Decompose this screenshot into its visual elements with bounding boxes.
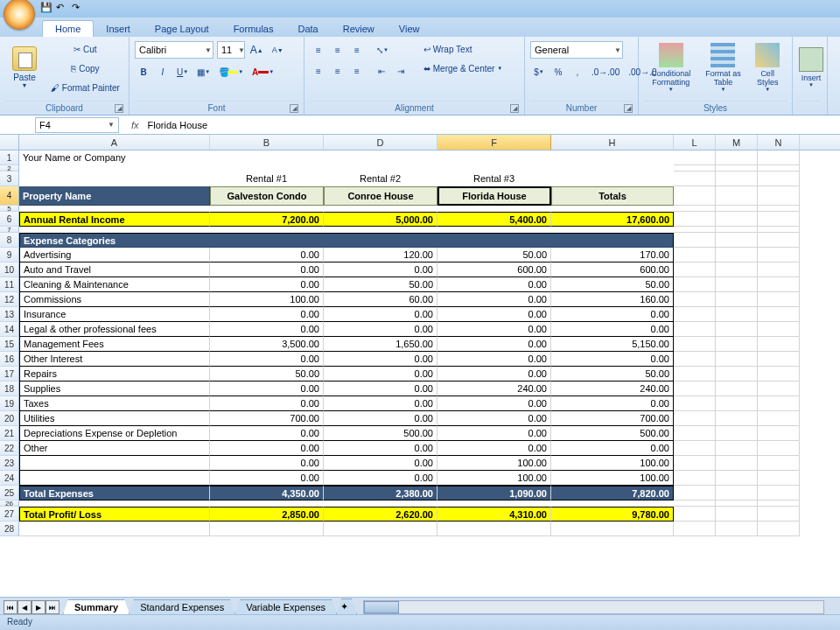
font-size-combo[interactable]: [217, 41, 245, 59]
row-header[interactable]: 1: [0, 150, 19, 165]
underline-button[interactable]: U▼: [173, 63, 192, 80]
number-format-combo[interactable]: [530, 41, 623, 59]
cell[interactable]: 160.00: [551, 292, 674, 307]
cell[interactable]: Rental #3: [438, 172, 551, 186]
font-dialog-launcher[interactable]: ◢: [290, 104, 298, 113]
cell[interactable]: 2,380.00: [324, 486, 438, 500]
cell[interactable]: 7,200.00: [210, 212, 324, 227]
align-left-button[interactable]: ≡: [310, 62, 327, 80]
format-as-table-button[interactable]: Format as Table▼: [702, 38, 746, 96]
align-center-button[interactable]: ≡: [329, 62, 346, 80]
col-header-B[interactable]: B: [210, 135, 324, 150]
cell[interactable]: 0.00: [324, 456, 438, 471]
qat-redo-icon[interactable]: ↷: [72, 2, 84, 14]
cell[interactable]: 700.00: [551, 411, 674, 426]
font-color-button[interactable]: A▼: [248, 63, 277, 80]
cell[interactable]: 500.00: [324, 426, 438, 441]
cell[interactable]: 4,350.00: [210, 486, 324, 500]
decrease-indent-button[interactable]: ⇤: [373, 62, 390, 80]
row-header[interactable]: 23: [0, 456, 19, 471]
merge-center-button[interactable]: ⬌ Merge & Center ▼: [420, 60, 525, 77]
cell[interactable]: 0.00: [551, 307, 674, 322]
col-header-N[interactable]: N: [758, 135, 800, 150]
tab-data[interactable]: Data: [285, 21, 330, 37]
cell[interactable]: 0.00: [324, 471, 438, 486]
row-header[interactable]: 28: [0, 522, 19, 536]
cell[interactable]: 0.00: [324, 352, 438, 367]
row-header[interactable]: 20: [0, 411, 19, 426]
row-header[interactable]: 11: [0, 277, 19, 292]
row-header[interactable]: 7: [0, 227, 19, 233]
cell[interactable]: 240.00: [551, 382, 674, 396]
cell[interactable]: 0.00: [438, 352, 551, 367]
cell[interactable]: 0.00: [210, 456, 324, 471]
row-header[interactable]: 4: [0, 186, 19, 206]
cell[interactable]: 0.00: [210, 426, 324, 441]
cell[interactable]: 0.00: [438, 307, 551, 322]
cell[interactable]: 17,600.00: [551, 212, 674, 227]
cell[interactable]: 5,400.00: [438, 212, 551, 227]
align-right-button[interactable]: ≡: [348, 62, 366, 80]
cell[interactable]: 0.00: [551, 396, 674, 411]
row-header[interactable]: 5: [0, 206, 19, 212]
cell[interactable]: Supplies: [19, 382, 210, 396]
cell[interactable]: 600.00: [551, 262, 674, 277]
cell[interactable]: 0.00: [210, 382, 324, 396]
cell[interactable]: 50.00: [210, 367, 324, 382]
percent-button[interactable]: %: [550, 63, 567, 80]
cell[interactable]: [19, 456, 210, 471]
row-header[interactable]: 21: [0, 426, 19, 441]
row-header[interactable]: 17: [0, 367, 19, 382]
col-header-H[interactable]: H: [551, 135, 674, 150]
accounting-format-button[interactable]: $▼: [530, 63, 548, 80]
italic-button[interactable]: I: [154, 63, 172, 80]
cell[interactable]: 0.00: [551, 441, 674, 456]
cell[interactable]: 100.00: [438, 456, 551, 471]
row-header[interactable]: 6: [0, 212, 19, 227]
cell[interactable]: 0.00: [210, 248, 324, 262]
tab-nav-first[interactable]: ⏮: [4, 600, 18, 614]
cell[interactable]: 0.00: [324, 307, 438, 322]
cell[interactable]: 0.00: [324, 322, 438, 337]
row-header[interactable]: 3: [0, 172, 19, 186]
cell[interactable]: 0.00: [210, 307, 324, 322]
col-header-M[interactable]: M: [716, 135, 758, 150]
cell[interactable]: Other Interest: [19, 352, 210, 367]
row-header[interactable]: 16: [0, 352, 19, 367]
cell[interactable]: 100.00: [210, 292, 324, 307]
clipboard-dialog-launcher[interactable]: ◢: [115, 104, 123, 113]
orientation-button[interactable]: ⤡▼: [373, 41, 392, 59]
cell[interactable]: 100.00: [551, 456, 674, 471]
cell[interactable]: 50.00: [551, 277, 674, 292]
cell[interactable]: Depreciations Expense or Depletion: [19, 426, 210, 441]
cell[interactable]: 0.00: [210, 322, 324, 337]
cell[interactable]: 0.00: [551, 352, 674, 367]
cell[interactable]: 2,620.00: [324, 507, 438, 522]
conditional-formatting-button[interactable]: Conditional Formatting▼: [644, 38, 698, 96]
cell[interactable]: Property Name: [19, 186, 210, 206]
cell[interactable]: 0.00: [438, 396, 551, 411]
cell[interactable]: 0.00: [324, 367, 438, 382]
row-header[interactable]: 19: [0, 396, 19, 411]
cell[interactable]: 0.00: [324, 262, 438, 277]
col-header-D[interactable]: D: [324, 135, 438, 150]
cell[interactable]: 0.00: [551, 322, 674, 337]
cell[interactable]: 0.00: [210, 396, 324, 411]
row-header[interactable]: 14: [0, 322, 19, 337]
cell[interactable]: 0.00: [324, 382, 438, 396]
sheet-tab-standard[interactable]: Standard Expenses: [129, 599, 235, 614]
cell[interactable]: 0.00: [438, 426, 551, 441]
grow-font-button[interactable]: A▲: [247, 41, 267, 59]
cell[interactable]: Auto and Travel: [19, 262, 210, 277]
cell[interactable]: 0.00: [324, 411, 438, 426]
cell[interactable]: Your Name or Company: [19, 150, 210, 165]
cell[interactable]: Management Fees: [19, 337, 210, 352]
tab-nav-prev[interactable]: ◀: [18, 600, 32, 614]
cell[interactable]: Expense Categories: [19, 233, 674, 248]
row-header[interactable]: 26: [0, 500, 19, 507]
cell[interactable]: 50.00: [551, 367, 674, 382]
cell-styles-button[interactable]: Cell Styles▼: [748, 38, 787, 96]
cell[interactable]: 0.00: [438, 441, 551, 456]
cell[interactable]: 0.00: [210, 352, 324, 367]
cell[interactable]: 0.00: [438, 277, 551, 292]
